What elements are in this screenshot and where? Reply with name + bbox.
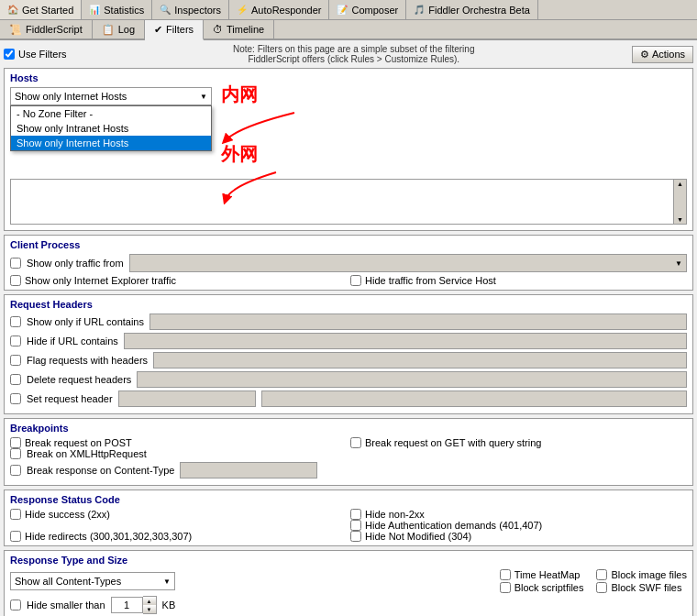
process-dropdown-arrow-icon: ▼ (675, 259, 682, 268)
block-script-label: Block scriptfiles (514, 582, 584, 593)
actions-button[interactable]: ⚙ Actions (632, 46, 693, 63)
hide-2xx-label: Hide success (2xx) (25, 509, 110, 520)
process-options-row: Show only Internet Explorer traffic Hide… (10, 275, 687, 286)
tab-filters[interactable]: ✔ Filters (145, 20, 204, 40)
break-response-label: Break response on Content-Type (27, 465, 174, 476)
hide-2xx-checkbox[interactable] (10, 509, 21, 520)
tab-fiddlerscript[interactable]: 📜 FiddlerScript (0, 20, 93, 38)
tab-get-started[interactable]: 🏠 Get Started (0, 0, 82, 19)
lightning-icon: ⚡ (237, 5, 248, 15)
hide-smaller-spinbox: ▲ ▼ (111, 596, 157, 614)
hide-smaller-input[interactable] (111, 597, 143, 613)
main-content: Use Filters Note: Filters on this page a… (0, 40, 697, 616)
hide-not-modified-item: Hide Not Modified (304) (350, 531, 687, 542)
set-header-name-input[interactable] (118, 390, 256, 407)
hosts-scroll-up[interactable]: ▲ (677, 181, 683, 187)
hosts-dropdown[interactable]: Show only Internet Hosts ▼ (10, 87, 212, 105)
dropdown-item-intranet[interactable]: Show only Intranet Hosts (11, 121, 211, 136)
hide-url-checkbox[interactable] (10, 336, 21, 346)
dropdown-arrow-icon: ▼ (200, 93, 207, 101)
client-process-section: Client Process Show only traffic from ▼ … (4, 235, 693, 291)
hide-non2xx-label: Hide non-2xx (365, 509, 425, 520)
tab-statistics[interactable]: 📊 Statistics (82, 0, 152, 19)
hide-url-input[interactable] (124, 333, 687, 349)
toolbar: Use Filters Note: Filters on this page a… (4, 44, 693, 64)
break-get-checkbox[interactable] (350, 437, 361, 448)
hide-auth-checkbox[interactable] (350, 520, 361, 531)
hosts-textarea-container: ▲ ▼ (10, 179, 687, 225)
tab-inspectors[interactable]: 🔍 Inspectors (152, 0, 229, 19)
hosts-dropdown-popup: - No Zone Filter - Show only Intranet Ho… (10, 105, 212, 151)
annotation-internet-text: 外网 (221, 144, 258, 164)
hide-redirects-checkbox[interactable] (10, 531, 21, 542)
block-image-checkbox[interactable] (596, 569, 607, 580)
chart-icon: 📊 (89, 5, 100, 15)
block-options-2: Block image files Block SWF files (596, 569, 687, 593)
block-swf-checkbox[interactable] (596, 582, 607, 593)
hosts-scroll-down[interactable]: ▼ (677, 216, 683, 223)
time-heatmap-label: Time HeatMap (514, 569, 581, 580)
break-response-row: Break response on Content-Type (10, 462, 687, 478)
response-status-label: Response Status Code (10, 494, 687, 505)
show-url-input[interactable] (149, 314, 687, 330)
request-headers-section: Request Headers Show only if URL contain… (4, 294, 693, 414)
process-dropdown[interactable]: ▼ (129, 254, 687, 272)
breakpoints-row1: Break request on POST Break request on G… (10, 437, 687, 448)
flag-headers-input[interactable] (153, 352, 687, 368)
show-url-checkbox[interactable] (10, 316, 21, 327)
show-ie-item: Show only Internet Explorer traffic (10, 275, 347, 286)
time-heatmap-checkbox[interactable] (500, 569, 511, 580)
use-filters-checkbox[interactable] (4, 49, 15, 60)
block-options: Time HeatMap Block scriptfiles (500, 569, 584, 593)
inspect-icon: 🔍 (160, 5, 171, 15)
hide-auth-label: Hide Authentication demands (401,407) (365, 520, 542, 531)
hide-smaller-up-button[interactable]: ▲ (143, 597, 156, 605)
block-image-item: Block image files (596, 569, 687, 580)
tab-fiddler-orchestra[interactable]: 🎵 Fiddler Orchestra Beta (406, 0, 538, 19)
block-script-checkbox[interactable] (500, 582, 511, 593)
set-header-checkbox[interactable] (10, 393, 21, 404)
hosts-section: Hosts Show only Internet Hosts ▼ - No Zo… (4, 68, 693, 231)
show-ie-checkbox[interactable] (10, 275, 21, 286)
use-filters-label: Use Filters (18, 49, 67, 60)
tab-log[interactable]: 📋 Log (93, 20, 145, 38)
delete-headers-row: Delete request headers (10, 371, 687, 388)
flag-headers-row: Flag requests with headers (10, 352, 687, 368)
content-type-dropdown[interactable]: Show all Content-Types ▼ (10, 572, 175, 590)
tab-autoresponder[interactable]: ⚡ AutoResponder (229, 0, 329, 19)
use-filters-container: Use Filters (4, 49, 67, 60)
delete-headers-checkbox[interactable] (10, 374, 21, 385)
break-xml-label: Break on XMLHttpRequest (27, 448, 147, 459)
break-response-input[interactable] (180, 462, 317, 478)
hide-auth-container: Hide Authentication demands (401,407) (350, 520, 687, 531)
set-header-value-input[interactable] (261, 390, 687, 407)
dropdown-item-no-zone[interactable]: - No Zone Filter - (11, 106, 211, 121)
flag-headers-checkbox[interactable] (10, 355, 21, 366)
hide-not-modified-checkbox[interactable] (350, 531, 361, 542)
block-image-label: Block image files (611, 569, 687, 580)
hide-url-label: Hide if URL contains (27, 336, 118, 346)
dropdown-item-internet[interactable]: Show only Internet Hosts (11, 136, 211, 150)
hide-non2xx-checkbox[interactable] (350, 509, 361, 520)
delete-headers-input[interactable] (137, 371, 687, 388)
show-traffic-checkbox[interactable] (10, 258, 21, 269)
clock-icon: ⏱ (213, 24, 223, 35)
hosts-textarea[interactable] (11, 180, 673, 224)
note-text: Note: Filters on this page are a simple … (76, 44, 632, 64)
hide-not-modified-label: Hide Not Modified (304) (365, 531, 471, 542)
break-response-checkbox[interactable] (10, 465, 21, 476)
hide-service-checkbox[interactable] (350, 275, 361, 286)
annotation-intranet-text: 内网 (221, 84, 258, 104)
arrow-intranet (221, 108, 368, 145)
tab-composer[interactable]: 📝 Composer (329, 0, 406, 19)
break-xml-checkbox[interactable] (10, 448, 21, 459)
content-type-row: Show all Content-Types ▼ Time HeatMap Bl… (10, 569, 687, 593)
break-post-checkbox[interactable] (10, 437, 21, 448)
hide-smaller-checkbox[interactable] (10, 600, 21, 610)
tab-timeline[interactable]: ⏱ Timeline (204, 20, 274, 38)
hide-smaller-down-button[interactable]: ▼ (143, 605, 156, 613)
response-type-section: Response Type and Size Show all Content-… (4, 550, 693, 616)
hide-2xx-item: Hide success (2xx) (10, 509, 347, 520)
hide-service-label: Hide traffic from Service Host (365, 275, 496, 286)
response-type-label: Response Type and Size (10, 555, 687, 566)
